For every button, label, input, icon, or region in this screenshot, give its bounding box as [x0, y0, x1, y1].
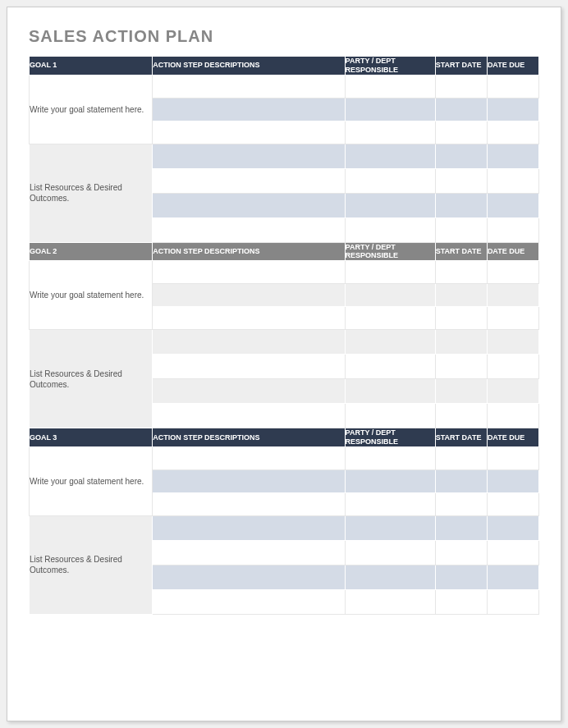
- cell-due[interactable]: [487, 121, 538, 144]
- goal-3-label: GOAL 3: [30, 428, 153, 447]
- cell-party[interactable]: [345, 75, 435, 98]
- table-row: Write your goal statement here.: [30, 261, 539, 284]
- cell-party[interactable]: [345, 121, 435, 144]
- goal-2-resources[interactable]: List Resources & Desired Outcomes.: [30, 330, 153, 428]
- cell-party[interactable]: [345, 492, 435, 515]
- cell-action[interactable]: [153, 540, 345, 565]
- cell-action[interactable]: [153, 446, 345, 469]
- cell-start[interactable]: [435, 492, 487, 515]
- cell-party[interactable]: [345, 446, 435, 469]
- goal-1-resources[interactable]: List Resources & Desired Outcomes.: [30, 144, 153, 242]
- cell-start[interactable]: [435, 565, 487, 589]
- cell-action[interactable]: [153, 330, 345, 355]
- cell-party[interactable]: [345, 540, 435, 565]
- goal-2-statement[interactable]: Write your goal statement here.: [30, 261, 153, 330]
- page-title: SALES ACTION PLAN: [29, 27, 539, 46]
- cell-due[interactable]: [487, 492, 538, 515]
- cell-action[interactable]: [153, 355, 345, 379]
- cell-start[interactable]: [435, 404, 487, 428]
- cell-action[interactable]: [153, 469, 345, 492]
- cell-start[interactable]: [435, 589, 487, 614]
- cell-party[interactable]: [345, 404, 435, 428]
- cell-action[interactable]: [153, 565, 345, 589]
- cell-start[interactable]: [435, 469, 487, 492]
- cell-start[interactable]: [435, 193, 487, 217]
- cell-due[interactable]: [487, 469, 538, 492]
- cell-action[interactable]: [153, 284, 345, 307]
- cell-due[interactable]: [487, 307, 538, 330]
- cell-due[interactable]: [487, 330, 538, 355]
- goal-3-resources[interactable]: List Resources & Desired Outcomes.: [30, 515, 153, 614]
- cell-action[interactable]: [153, 217, 345, 242]
- col-action: ACTION STEP DESCRIPTIONS: [153, 428, 345, 447]
- cell-party[interactable]: [345, 261, 435, 284]
- cell-start[interactable]: [435, 355, 487, 379]
- cell-start[interactable]: [435, 379, 487, 404]
- cell-start[interactable]: [435, 446, 487, 469]
- cell-due[interactable]: [487, 261, 538, 284]
- cell-party[interactable]: [345, 98, 435, 121]
- cell-party[interactable]: [345, 144, 435, 168]
- cell-start[interactable]: [435, 307, 487, 330]
- cell-start[interactable]: [435, 515, 487, 540]
- goal-1-header-row: GOAL 1 ACTION STEP DESCRIPTIONS PARTY / …: [30, 57, 539, 76]
- cell-party[interactable]: [345, 217, 435, 242]
- cell-due[interactable]: [487, 540, 538, 565]
- cell-party[interactable]: [345, 515, 435, 540]
- cell-action[interactable]: [153, 515, 345, 540]
- cell-due[interactable]: [487, 284, 538, 307]
- cell-due[interactable]: [487, 193, 538, 217]
- cell-action[interactable]: [153, 98, 345, 121]
- cell-action[interactable]: [153, 492, 345, 515]
- cell-party[interactable]: [345, 193, 435, 217]
- cell-action[interactable]: [153, 589, 345, 614]
- cell-start[interactable]: [435, 98, 487, 121]
- cell-party[interactable]: [345, 355, 435, 379]
- col-start: START DATE: [435, 57, 487, 76]
- cell-due[interactable]: [487, 446, 538, 469]
- cell-action[interactable]: [153, 379, 345, 404]
- cell-start[interactable]: [435, 121, 487, 144]
- cell-due[interactable]: [487, 355, 538, 379]
- cell-start[interactable]: [435, 75, 487, 98]
- cell-action[interactable]: [153, 168, 345, 193]
- cell-action[interactable]: [153, 193, 345, 217]
- cell-party[interactable]: [345, 469, 435, 492]
- cell-due[interactable]: [487, 98, 538, 121]
- col-party: PARTY / DEPT RESPONSIBLE: [345, 242, 435, 261]
- col-start: START DATE: [435, 428, 487, 447]
- cell-party[interactable]: [345, 168, 435, 193]
- cell-start[interactable]: [435, 330, 487, 355]
- cell-start[interactable]: [435, 168, 487, 193]
- cell-action[interactable]: [153, 121, 345, 144]
- goal-1-statement[interactable]: Write your goal statement here.: [30, 75, 153, 144]
- cell-start[interactable]: [435, 261, 487, 284]
- cell-due[interactable]: [487, 217, 538, 242]
- cell-due[interactable]: [487, 75, 538, 98]
- cell-party[interactable]: [345, 307, 435, 330]
- cell-start[interactable]: [435, 284, 487, 307]
- cell-party[interactable]: [345, 284, 435, 307]
- cell-due[interactable]: [487, 589, 538, 614]
- cell-action[interactable]: [153, 404, 345, 428]
- cell-action[interactable]: [153, 75, 345, 98]
- cell-party[interactable]: [345, 565, 435, 589]
- cell-party[interactable]: [345, 379, 435, 404]
- cell-due[interactable]: [487, 379, 538, 404]
- cell-party[interactable]: [345, 589, 435, 614]
- col-action: ACTION STEP DESCRIPTIONS: [153, 242, 345, 261]
- cell-action[interactable]: [153, 307, 345, 330]
- table-row: List Resources & Desired Outcomes.: [30, 144, 539, 168]
- cell-due[interactable]: [487, 168, 538, 193]
- cell-action[interactable]: [153, 144, 345, 168]
- cell-due[interactable]: [487, 144, 538, 168]
- cell-due[interactable]: [487, 404, 538, 428]
- cell-start[interactable]: [435, 217, 487, 242]
- goal-3-statement[interactable]: Write your goal statement here.: [30, 446, 153, 515]
- cell-due[interactable]: [487, 565, 538, 589]
- cell-action[interactable]: [153, 261, 345, 284]
- cell-party[interactable]: [345, 330, 435, 355]
- cell-due[interactable]: [487, 515, 538, 540]
- cell-start[interactable]: [435, 144, 487, 168]
- cell-start[interactable]: [435, 540, 487, 565]
